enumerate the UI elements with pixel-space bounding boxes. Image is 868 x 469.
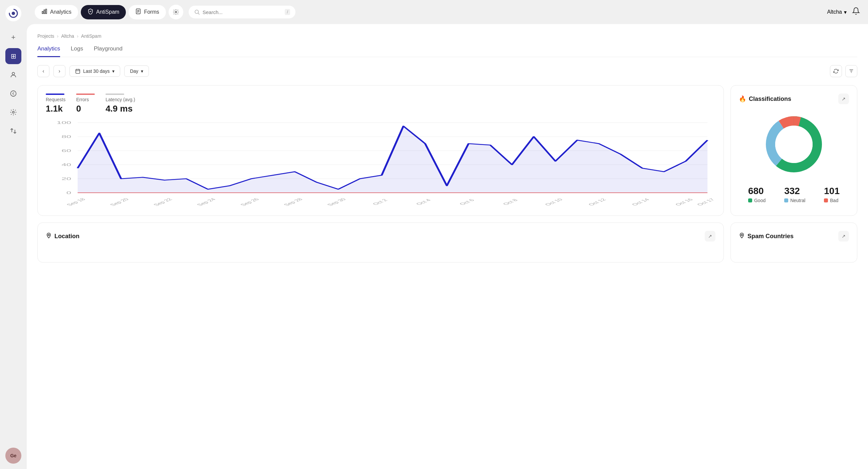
errors-line-indicator bbox=[76, 93, 95, 95]
svg-marker-35 bbox=[78, 126, 708, 193]
svg-point-57 bbox=[741, 234, 743, 236]
requests-label: Requests bbox=[46, 97, 65, 102]
svg-rect-8 bbox=[46, 9, 47, 14]
donut-chart-container bbox=[739, 111, 849, 178]
sidebar-item-user[interactable] bbox=[5, 67, 21, 83]
svg-rect-16 bbox=[76, 69, 80, 74]
analytics-nav-icon bbox=[41, 8, 48, 16]
breadcrumb-projects[interactable]: Projects bbox=[37, 33, 54, 39]
svg-line-15 bbox=[198, 13, 199, 14]
calendar-icon bbox=[75, 68, 81, 74]
svg-text:Oct 4: Oct 4 bbox=[414, 198, 432, 206]
good-dot bbox=[748, 198, 752, 202]
svg-point-56 bbox=[48, 234, 50, 236]
legend-errors: Errors 0 bbox=[76, 93, 95, 114]
forms-nav-button[interactable]: Forms bbox=[128, 5, 165, 19]
controls-right bbox=[830, 65, 857, 77]
svg-text:Oct 16: Oct 16 bbox=[674, 198, 694, 206]
svg-point-2 bbox=[12, 72, 14, 75]
requests-value: 1.1k bbox=[46, 104, 65, 114]
svg-text:80: 80 bbox=[61, 135, 71, 139]
svg-text:Sep 22: Sep 22 bbox=[152, 198, 174, 206]
legend-latency: Latency (avg.) 4.9 ms bbox=[105, 93, 135, 114]
spam-countries-card: Spam Countries ↗ bbox=[731, 223, 857, 263]
neutral-dot bbox=[784, 198, 788, 202]
spam-countries-expand-button[interactable]: ↗ bbox=[838, 231, 849, 241]
user-avatar[interactable]: Ge bbox=[5, 448, 21, 464]
svg-text:Oct 17: Oct 17 bbox=[695, 198, 715, 206]
svg-text:Sep 26: Sep 26 bbox=[239, 198, 260, 206]
breadcrumb-altcha[interactable]: Altcha bbox=[61, 33, 74, 39]
svg-text:Oct 10: Oct 10 bbox=[544, 198, 564, 206]
refresh-button[interactable] bbox=[830, 65, 842, 77]
chart-legend: Requests 1.1k Errors 0 Latency (avg.) 4.… bbox=[46, 93, 715, 114]
classifications-card: 🔥 Classifications ↗ bbox=[731, 85, 857, 216]
filter-icon bbox=[849, 68, 854, 74]
tab-logs[interactable]: Logs bbox=[71, 46, 83, 57]
date-range-label: Last 30 days bbox=[83, 68, 110, 74]
donut-chart bbox=[761, 111, 827, 178]
svg-text:Sep 18: Sep 18 bbox=[65, 198, 87, 206]
antispam-nav-button[interactable]: AntiSpam bbox=[81, 5, 126, 19]
svg-text:20: 20 bbox=[61, 177, 71, 181]
breadcrumb-antispam[interactable]: AntiSpam bbox=[81, 33, 101, 39]
svg-point-1 bbox=[12, 12, 15, 15]
user-menu[interactable]: Altcha ▾ bbox=[827, 9, 847, 16]
svg-point-55 bbox=[775, 126, 813, 163]
fire-icon: 🔥 bbox=[739, 95, 746, 102]
bad-dot bbox=[824, 198, 828, 202]
interval-button[interactable]: Day ▾ bbox=[124, 65, 149, 77]
interval-label: Day bbox=[130, 68, 138, 74]
svg-rect-6 bbox=[42, 11, 43, 14]
add-button[interactable]: + bbox=[5, 29, 21, 46]
svg-point-5 bbox=[12, 111, 14, 113]
search-icon bbox=[194, 9, 200, 15]
classifications-title: 🔥 Classifications bbox=[739, 95, 791, 102]
latency-label: Latency (avg.) bbox=[105, 97, 135, 102]
classifications-header: 🔥 Classifications ↗ bbox=[739, 93, 849, 104]
tab-analytics[interactable]: Analytics bbox=[37, 46, 60, 57]
latency-line-indicator bbox=[105, 93, 124, 95]
antispam-nav-label: AntiSpam bbox=[96, 9, 119, 15]
sidebar-item-settings[interactable] bbox=[5, 104, 21, 120]
legend-requests: Requests 1.1k bbox=[46, 93, 65, 114]
requests-chart-card: Requests 1.1k Errors 0 Latency (avg.) 4.… bbox=[37, 85, 724, 216]
filter-button[interactable] bbox=[845, 65, 857, 77]
notification-bell[interactable] bbox=[852, 7, 860, 17]
classifications-expand-button[interactable]: ↗ bbox=[838, 93, 849, 104]
errors-label: Errors bbox=[76, 97, 95, 102]
search-box[interactable]: / bbox=[189, 6, 296, 18]
search-input[interactable] bbox=[203, 9, 282, 15]
tab-bar: Analytics Logs Playground bbox=[37, 46, 857, 57]
chevron-down-icon: ▾ bbox=[844, 9, 847, 16]
date-range-button[interactable]: Last 30 days ▾ bbox=[69, 65, 120, 77]
prev-button[interactable]: ‹ bbox=[37, 65, 50, 77]
svg-text:Oct 2: Oct 2 bbox=[371, 198, 389, 206]
svg-text:Oct 8: Oct 8 bbox=[501, 198, 519, 206]
analytics-nav-button[interactable]: Analytics bbox=[35, 5, 78, 19]
legend-bad: 101 Bad bbox=[824, 186, 840, 203]
svg-text:Sep 28: Sep 28 bbox=[282, 198, 304, 206]
svg-rect-7 bbox=[44, 10, 45, 13]
svg-text:40: 40 bbox=[61, 163, 71, 167]
svg-text:Sep 30: Sep 30 bbox=[326, 198, 347, 206]
tab-playground[interactable]: Playground bbox=[94, 46, 123, 57]
svg-point-14 bbox=[195, 10, 199, 14]
spam-countries-header: Spam Countries ↗ bbox=[739, 231, 849, 241]
gear-nav-button[interactable] bbox=[168, 5, 183, 19]
analytics-nav-label: Analytics bbox=[50, 9, 71, 15]
date-chevron-icon: ▾ bbox=[112, 68, 115, 74]
legend-neutral: 332 Neutral bbox=[784, 186, 805, 203]
line-chart: 100 80 60 40 20 0 Sep 18Sep 20Sep 22Sep … bbox=[46, 119, 715, 206]
next-button[interactable]: › bbox=[54, 65, 65, 77]
location-expand-button[interactable]: ↗ bbox=[705, 231, 715, 241]
forms-nav-label: Forms bbox=[144, 9, 159, 15]
sidebar-item-grid[interactable]: ⊞ bbox=[5, 48, 21, 64]
sidebar-item-billing[interactable]: € bbox=[5, 86, 21, 101]
refresh-icon bbox=[833, 68, 839, 74]
legend-good: 680 Good bbox=[748, 186, 766, 203]
sidebar-item-transfer[interactable] bbox=[5, 123, 21, 139]
location-title: Location bbox=[46, 233, 80, 240]
svg-text:Sep 24: Sep 24 bbox=[195, 198, 217, 206]
app-logo[interactable] bbox=[5, 5, 21, 21]
